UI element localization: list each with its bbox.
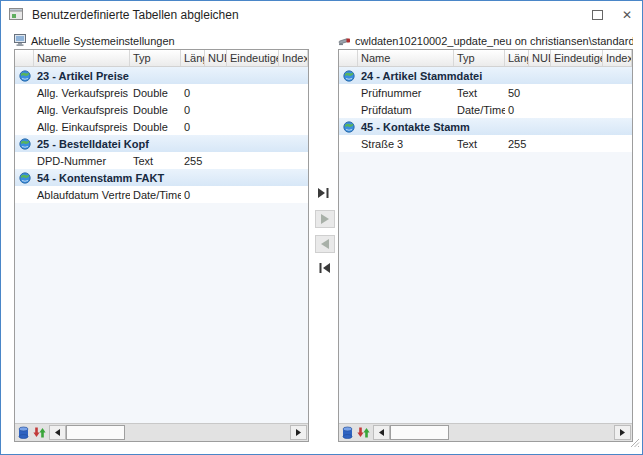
scrollbar-thumb[interactable] bbox=[66, 425, 125, 440]
globe-icon bbox=[15, 138, 34, 150]
field-typ: Text bbox=[130, 155, 181, 167]
field-name: Allg. Einkaufspreis 2 bbox=[34, 121, 130, 133]
database-icon[interactable] bbox=[17, 426, 30, 439]
computer-icon bbox=[14, 34, 27, 48]
table-group-row[interactable]: 24 - Artikel Stammdatei bbox=[339, 67, 632, 84]
table-grid: NameTypLängeNULLEindeutige...Index 23 - … bbox=[14, 49, 309, 442]
table-group-row[interactable]: 54 - Kontenstamm FAKT bbox=[15, 169, 308, 186]
field-name: Allg. Verkaufspreis 3 bbox=[34, 104, 130, 116]
resize-grip-icon[interactable] bbox=[629, 434, 640, 452]
grid-rows: 24 - Artikel StammdateiPrüfnummerText50P… bbox=[339, 67, 632, 423]
group-title: 23 - Artikel Preise bbox=[34, 70, 308, 82]
column-header[interactable]: Typ bbox=[130, 50, 181, 66]
column-header[interactable]: Name bbox=[358, 50, 454, 66]
field-name: Allg. Verkaufspreis 2 bbox=[34, 87, 130, 99]
table-grid: NameTypLängeNULLEindeutige...Index 24 - … bbox=[338, 49, 633, 442]
globe-icon bbox=[339, 121, 358, 133]
column-header[interactable]: Länge bbox=[181, 50, 205, 66]
grid-toolbar bbox=[15, 423, 308, 441]
field-name: Ablaufdatum Vertreterzuo... bbox=[34, 189, 130, 201]
scroll-right-arrow[interactable] bbox=[290, 425, 307, 440]
group-title: 24 - Artikel Stammdatei bbox=[358, 70, 632, 82]
form-window-icon bbox=[9, 8, 25, 22]
group-title: 25 - Bestelldatei Kopf bbox=[34, 138, 308, 150]
move-all-right-button[interactable] bbox=[315, 185, 333, 201]
window-title: Benutzerdefinierte Tabellen abgleichen bbox=[32, 8, 239, 22]
globe-icon bbox=[15, 172, 34, 184]
horizontal-scrollbar[interactable] bbox=[373, 425, 631, 440]
column-header[interactable]: Eindeutige... bbox=[227, 50, 279, 66]
field-laenge: 0 bbox=[181, 87, 205, 99]
field-typ: Date/Time bbox=[454, 104, 505, 116]
grid-rows: 23 - Artikel PreiseAllg. Verkaufspreis 2… bbox=[15, 67, 308, 423]
hammer-icon bbox=[338, 34, 351, 48]
group-title: 45 - Kontakte Stamm bbox=[358, 121, 632, 133]
field-typ: Date/Time bbox=[130, 189, 181, 201]
globe-icon bbox=[15, 70, 34, 82]
column-header[interactable]: Index bbox=[279, 50, 308, 66]
column-header[interactable]: Typ bbox=[454, 50, 505, 66]
scroll-left-arrow[interactable] bbox=[49, 425, 66, 440]
field-row[interactable]: DPD-NummerText255 bbox=[15, 152, 308, 169]
move-all-left-button[interactable] bbox=[315, 260, 333, 276]
maximize-button[interactable] bbox=[582, 1, 612, 29]
target-panel-label: cwldaten10210002_update_neu on christian… bbox=[338, 34, 633, 48]
close-button[interactable]: ✕ bbox=[612, 1, 642, 29]
column-header-icon[interactable] bbox=[15, 50, 34, 66]
field-row[interactable]: Straße 3Text255 bbox=[339, 135, 632, 152]
field-name: Prüfnummer bbox=[358, 87, 454, 99]
close-icon: ✕ bbox=[622, 9, 632, 21]
column-header[interactable]: NULL bbox=[529, 50, 551, 66]
column-header[interactable]: NULL bbox=[205, 50, 227, 66]
titlebar[interactable]: Benutzerdefinierte Tabellen abgleichen ✕ bbox=[1, 1, 642, 29]
field-name: Straße 3 bbox=[358, 138, 454, 150]
column-header[interactable]: Eindeutige... bbox=[551, 50, 603, 66]
column-header[interactable]: Länge bbox=[505, 50, 529, 66]
field-laenge: 0 bbox=[181, 104, 205, 116]
grid-toolbar bbox=[339, 423, 632, 441]
field-row[interactable]: Ablaufdatum Vertreterzuo...Date/Time0 bbox=[15, 186, 308, 203]
grid-header: NameTypLängeNULLEindeutige...Index bbox=[15, 50, 308, 67]
table-group-row[interactable]: 25 - Bestelldatei Kopf bbox=[15, 135, 308, 152]
group-title: 54 - Kontenstamm FAKT bbox=[34, 172, 308, 184]
source-panel: Aktuelle Systemeinstellungen NameTypLäng… bbox=[14, 34, 309, 442]
dialog-window: Benutzerdefinierte Tabellen abgleichen ✕… bbox=[0, 0, 643, 455]
table-group-row[interactable]: 23 - Artikel Preise bbox=[15, 67, 308, 84]
sync-fields-icon[interactable] bbox=[33, 426, 46, 439]
field-name: DPD-Nummer bbox=[34, 155, 130, 167]
column-header[interactable]: Name bbox=[34, 50, 130, 66]
column-header-icon[interactable] bbox=[339, 50, 358, 66]
scrollbar-thumb[interactable] bbox=[390, 425, 449, 440]
move-left-button[interactable] bbox=[315, 235, 335, 253]
scrollbar-track[interactable] bbox=[449, 425, 614, 440]
field-laenge: 0 bbox=[181, 121, 205, 133]
field-name: Prüfdatum bbox=[358, 104, 454, 116]
source-panel-label: Aktuelle Systemeinstellungen bbox=[14, 34, 309, 48]
field-laenge: 0 bbox=[505, 104, 529, 116]
move-right-button[interactable] bbox=[315, 210, 335, 228]
panel-label-text: cwldaten10210002_update_neu on christian… bbox=[355, 35, 633, 47]
horizontal-scrollbar[interactable] bbox=[49, 425, 307, 440]
database-icon[interactable] bbox=[341, 426, 354, 439]
grid-header: NameTypLängeNULLEindeutige...Index bbox=[339, 50, 632, 67]
panel-label-text: Aktuelle Systemeinstellungen bbox=[31, 35, 175, 47]
field-row[interactable]: Allg. Verkaufspreis 2Double0 bbox=[15, 84, 308, 101]
field-row[interactable]: Allg. Einkaufspreis 2Double0 bbox=[15, 118, 308, 135]
field-typ: Text bbox=[454, 87, 505, 99]
target-panel: cwldaten10210002_update_neu on christian… bbox=[338, 34, 633, 442]
globe-icon bbox=[339, 70, 358, 82]
field-typ: Double bbox=[130, 87, 181, 99]
scrollbar-track[interactable] bbox=[125, 425, 290, 440]
field-row[interactable]: PrüfdatumDate/Time0 bbox=[339, 101, 632, 118]
scroll-left-arrow[interactable] bbox=[373, 425, 390, 440]
field-row[interactable]: Allg. Verkaufspreis 3Double0 bbox=[15, 101, 308, 118]
sync-fields-icon[interactable] bbox=[357, 426, 370, 439]
field-typ: Double bbox=[130, 121, 181, 133]
field-typ: Double bbox=[130, 104, 181, 116]
maximize-icon bbox=[592, 10, 603, 20]
field-laenge: 50 bbox=[505, 87, 529, 99]
table-group-row[interactable]: 45 - Kontakte Stamm bbox=[339, 118, 632, 135]
field-laenge: 255 bbox=[505, 138, 529, 150]
column-header[interactable]: Index bbox=[603, 50, 632, 66]
field-row[interactable]: PrüfnummerText50 bbox=[339, 84, 632, 101]
